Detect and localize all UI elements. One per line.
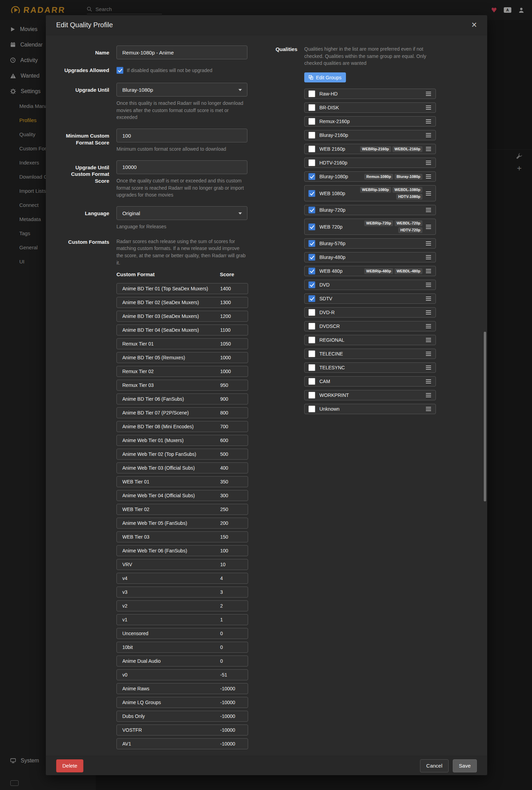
upgrade-until-select[interactable]: Bluray-1080p [116, 83, 247, 97]
drag-handle-icon[interactable] [426, 92, 431, 96]
drag-handle-icon[interactable] [426, 241, 431, 246]
custom-format-row[interactable]: Anime Web Tier 05 (FanSubs) 200 [116, 518, 248, 529]
custom-format-row[interactable]: Remux Tier 02 1000 [116, 366, 248, 377]
quality-row[interactable]: Bluray-480p [304, 252, 436, 262]
quality-checkbox[interactable] [308, 309, 315, 316]
custom-format-row[interactable]: Anime LQ Groups -10000 [116, 697, 248, 708]
quality-row[interactable]: WEB 2160p WEBRip-2160pWEBDL-2160p [304, 144, 436, 154]
custom-format-row[interactable]: Anime BD Tier 05 (Remuxes) 1000 [116, 352, 248, 363]
quality-checkbox[interactable] [308, 268, 315, 274]
quality-row[interactable]: WORKPRINT [304, 390, 436, 400]
drag-handle-icon[interactable] [426, 393, 431, 397]
drag-handle-icon[interactable] [426, 324, 431, 328]
quality-row[interactable]: WEB 720p WEBRip-720pWEBDL-720pHDTV-720p [304, 219, 436, 235]
custom-format-row[interactable]: Anime Web Tier 03 (Official Subs) 400 [116, 462, 248, 473]
drag-handle-icon[interactable] [426, 310, 431, 314]
custom-format-row[interactable]: v0 -51 [116, 669, 248, 680]
custom-format-row[interactable]: Remux Tier 03 950 [116, 380, 248, 391]
quality-checkbox[interactable] [308, 254, 315, 261]
close-icon[interactable]: × [471, 20, 477, 30]
drag-handle-icon[interactable] [426, 191, 431, 196]
quality-checkbox[interactable] [308, 378, 315, 385]
custom-format-row[interactable]: v2 2 [116, 600, 248, 611]
quality-checkbox[interactable] [308, 392, 315, 399]
quality-checkbox[interactable] [308, 406, 315, 412]
quality-checkbox[interactable] [308, 337, 315, 343]
custom-format-row[interactable]: Anime Web Tier 01 (Muxers) 600 [116, 435, 248, 446]
quality-row[interactable]: BR-DISK [304, 102, 436, 113]
delete-button[interactable]: Delete [56, 759, 83, 772]
min-score-input[interactable] [116, 129, 247, 142]
quality-checkbox[interactable] [308, 207, 315, 213]
quality-checkbox[interactable] [308, 295, 315, 302]
name-input[interactable] [116, 46, 247, 59]
custom-format-row[interactable]: Anime BD Tier 03 (SeaDex Muxers) 1200 [116, 311, 248, 322]
custom-format-row[interactable]: VOSTFR -10000 [116, 724, 248, 736]
drag-handle-icon[interactable] [426, 174, 431, 179]
custom-format-row[interactable]: Anime BD Tier 02 (SeaDex Muxers) 1300 [116, 297, 248, 308]
quality-row[interactable]: Unknown [304, 404, 436, 414]
modal-scrollbar-thumb[interactable] [484, 332, 486, 501]
quality-checkbox[interactable] [308, 132, 315, 139]
quality-checkbox[interactable] [308, 281, 315, 288]
custom-format-row[interactable]: Anime BD Tier 08 (Mini Encodes) 700 [116, 421, 248, 432]
custom-format-row[interactable]: v4 4 [116, 573, 248, 584]
quality-checkbox[interactable] [308, 350, 315, 357]
quality-row[interactable]: WEB 480p WEBRip-480pWEBDL-480p [304, 266, 436, 276]
save-button[interactable]: Save [453, 759, 477, 772]
drag-handle-icon[interactable] [426, 283, 431, 287]
drag-handle-icon[interactable] [426, 106, 431, 110]
custom-format-row[interactable]: VRV 10 [116, 559, 248, 570]
quality-row[interactable]: Raw-HD [304, 89, 436, 99]
language-select[interactable]: Original [116, 206, 247, 220]
quality-row[interactable]: Bluray-576p [304, 238, 436, 249]
drag-handle-icon[interactable] [426, 161, 431, 165]
quality-checkbox[interactable] [308, 240, 315, 247]
quality-checkbox[interactable] [308, 90, 315, 97]
quality-checkbox[interactable] [308, 223, 315, 230]
drag-handle-icon[interactable] [426, 338, 431, 342]
custom-format-row[interactable]: Anime Raws -10000 [116, 683, 248, 694]
quality-checkbox[interactable] [308, 159, 315, 166]
custom-format-row[interactable]: AV1 -10000 [116, 738, 248, 749]
quality-checkbox[interactable] [308, 173, 315, 180]
quality-row[interactable]: HDTV-2160p [304, 158, 436, 168]
drag-handle-icon[interactable] [426, 225, 431, 229]
quality-row[interactable]: DVD [304, 280, 436, 290]
custom-format-row[interactable]: Anime Web Tier 06 (FanSubs) 100 [116, 545, 248, 556]
drag-handle-icon[interactable] [426, 269, 431, 273]
custom-format-row[interactable]: v1 1 [116, 614, 248, 625]
quality-checkbox[interactable] [308, 146, 315, 152]
quality-checkbox[interactable] [308, 118, 315, 125]
edit-groups-button[interactable]: Edit Groups [304, 72, 346, 82]
quality-checkbox[interactable] [308, 104, 315, 111]
custom-format-row[interactable]: 10bit 0 [116, 642, 248, 653]
custom-format-row[interactable]: Anime BD Tier 04 (SeaDex Muxers) 1100 [116, 324, 248, 336]
quality-row[interactable]: Remux-2160p [304, 116, 436, 127]
drag-handle-icon[interactable] [426, 255, 431, 259]
custom-format-row[interactable]: Anime Dual Audio 0 [116, 656, 248, 667]
quality-row[interactable]: Bluray-2160p [304, 130, 436, 140]
custom-format-row[interactable]: Anime Web Tier 02 (Top FanSubs) 500 [116, 449, 248, 460]
drag-handle-icon[interactable] [426, 119, 431, 123]
quality-checkbox[interactable] [308, 190, 315, 197]
quality-row[interactable]: CAM [304, 376, 436, 387]
quality-checkbox[interactable] [308, 323, 315, 330]
custom-format-row[interactable]: Anime BD Tier 01 (Top SeaDex Muxers) 140… [116, 283, 248, 294]
drag-handle-icon[interactable] [426, 208, 431, 212]
custom-format-row[interactable]: WEB Tier 01 350 [116, 476, 248, 487]
custom-format-row[interactable]: v3 3 [116, 587, 248, 598]
drag-handle-icon[interactable] [426, 133, 431, 137]
quality-row[interactable]: TELECINE [304, 349, 436, 359]
quality-row[interactable]: REGIONAL [304, 335, 436, 345]
quality-row[interactable]: Bluray-720p [304, 205, 436, 215]
custom-format-row[interactable]: WEB Tier 02 250 [116, 504, 248, 515]
custom-format-row[interactable]: Anime Web Tier 04 (Official Subs) 300 [116, 490, 248, 501]
quality-row[interactable]: DVD-R [304, 307, 436, 318]
quality-row[interactable]: Bluray-1080p Remux-1080pBluray-1080p [304, 171, 436, 182]
cancel-button[interactable]: Cancel [420, 759, 449, 772]
quality-row[interactable]: TELESYNC [304, 362, 436, 373]
custom-format-row[interactable]: Dubs Only -10000 [116, 711, 248, 722]
upgrades-allowed-checkbox[interactable] [116, 67, 123, 74]
drag-handle-icon[interactable] [426, 147, 431, 151]
